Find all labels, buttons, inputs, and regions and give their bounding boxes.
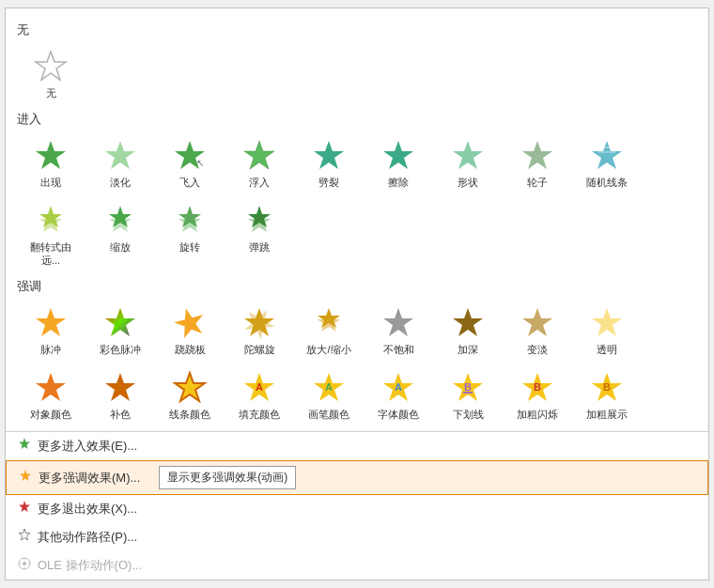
ole-action-item[interactable]: OLE 操作动作(O)... [6, 551, 708, 580]
zoom-far-item[interactable]: 翻转式由远... [17, 196, 85, 271]
appear-star [32, 137, 70, 175]
color-pulse-item[interactable]: 彩色脉冲 [86, 299, 154, 362]
svg-marker-50 [19, 438, 30, 449]
bold-flash-item[interactable]: B 加粗闪烁 [504, 364, 571, 426]
svg-marker-51 [20, 470, 31, 481]
emphasis-title: 强调 [17, 278, 697, 295]
motion-paths-icon [17, 528, 32, 547]
svg-marker-30 [453, 308, 483, 336]
none-title: 无 [17, 22, 697, 39]
svg-marker-33 [36, 373, 66, 401]
wipe-label: 擦除 [388, 177, 409, 189]
split-label: 劈裂 [318, 177, 339, 189]
bounce-star [241, 202, 278, 240]
rotate-item[interactable]: 旋转 [156, 196, 224, 271]
desaturate-item[interactable]: 不饱和 [365, 299, 432, 362]
shape-star [449, 137, 487, 175]
svg-marker-1 [36, 141, 66, 169]
lighten-item[interactable]: 变淡 [504, 299, 571, 362]
enter-title: 进入 [17, 111, 697, 128]
bold-reveal-star: B [588, 369, 626, 407]
underline-star: B [449, 369, 487, 407]
spin-label: 陀螺旋 [244, 344, 275, 356]
fly-in-item[interactable]: ↖ 飞入 [156, 132, 224, 194]
none-star [32, 48, 70, 85]
float-in-item[interactable]: 浮入 [225, 132, 293, 194]
more-emphasis-item[interactable]: 更多强调效果(M)... 显示更多强调效果(动画) [6, 460, 708, 495]
svg-marker-34 [105, 373, 135, 401]
bounce-item[interactable]: 弹跳 [225, 196, 293, 271]
svg-marker-24 [172, 305, 208, 340]
more-enter-item[interactable]: 更多进入效果(E)... [6, 432, 708, 460]
bold-reveal-item[interactable]: B 加粗展示 [573, 364, 641, 426]
brush-color-item[interactable]: A 画笔颜色 [295, 364, 363, 426]
transparency-item[interactable]: 透明 [573, 299, 641, 362]
spin-item[interactable]: 陀螺旋 [225, 299, 293, 362]
underline-label: 下划线 [453, 409, 484, 421]
darken-star [449, 304, 487, 342]
motion-paths-item[interactable]: 其他动作路径(P)... [6, 523, 708, 551]
ole-action-icon [17, 556, 32, 575]
font-color-item[interactable]: A 字体颜色 [365, 364, 432, 426]
svg-marker-53 [19, 529, 30, 540]
pulse-item[interactable]: 脉冲 [17, 299, 85, 362]
wheel-item[interactable]: 轮子 [504, 132, 571, 194]
underline-item[interactable]: B 下划线 [434, 364, 502, 426]
darken-label: 加深 [458, 344, 478, 356]
svg-marker-0 [36, 52, 66, 80]
fill-color-item[interactable]: A 填充颜色 [225, 364, 293, 426]
object-color-item[interactable]: 对象颜色 [17, 364, 85, 426]
random-bars-item[interactable]: 随机线条 [573, 132, 641, 194]
fade-star [101, 137, 139, 175]
svg-text:A: A [256, 381, 263, 393]
random-bars-star [588, 137, 626, 175]
animation-panel: 无 无 进入 [5, 8, 709, 580]
fade-label: 淡化 [110, 177, 131, 189]
more-emphasis-icon [18, 469, 33, 487]
desaturate-label: 不饱和 [383, 344, 414, 356]
darken-item[interactable]: 加深 [434, 299, 502, 362]
shape-label: 形状 [458, 177, 478, 189]
wheel-star [519, 137, 556, 175]
transparency-label: 透明 [597, 344, 617, 356]
emphasis-grid: 脉冲 彩色脉冲 [17, 299, 697, 431]
spin-star [241, 304, 278, 342]
show-more-tooltip[interactable]: 显示更多强调效果(动画) [159, 466, 296, 489]
teeter-star [171, 304, 209, 342]
wipe-item[interactable]: 擦除 [365, 132, 432, 194]
teeter-item[interactable]: 跷跷板 [156, 299, 224, 362]
scale-item[interactable]: 缩放 [86, 196, 154, 271]
grow-shrink-star [310, 304, 348, 342]
complement-item[interactable]: 补色 [86, 364, 154, 426]
line-color-star [171, 369, 209, 407]
enter-section: 进入 出现 淡化 [17, 111, 697, 272]
svg-text:A: A [395, 381, 402, 393]
bold-reveal-label: 加粗展示 [586, 409, 628, 421]
appear-item[interactable]: 出现 [17, 132, 85, 194]
fade-item[interactable]: 淡化 [86, 132, 154, 194]
svg-marker-8 [453, 141, 483, 169]
line-color-item[interactable]: 线条颜色 [156, 364, 224, 426]
svg-marker-29 [383, 308, 413, 336]
svg-marker-7 [383, 141, 413, 169]
bottom-menu: 更多进入效果(E)... 更多强调效果(M)... 显示更多强调效果(动画) 更… [6, 431, 708, 580]
bold-flash-label: 加粗闪烁 [517, 409, 558, 421]
split-item[interactable]: 劈裂 [295, 132, 363, 194]
svg-marker-10 [592, 141, 622, 169]
svg-marker-32 [592, 308, 622, 336]
svg-text:B: B [464, 381, 472, 393]
grow-shrink-item[interactable]: 放大/缩小 [295, 299, 363, 362]
complement-label: 补色 [110, 409, 131, 421]
fill-color-star: A [241, 369, 278, 407]
svg-marker-52 [19, 501, 30, 512]
more-exit-item[interactable]: 更多退出效果(X)... [6, 495, 708, 523]
brush-color-label: 画笔颜色 [308, 409, 349, 421]
svg-marker-23 [105, 308, 135, 336]
scroll-area[interactable]: 无 无 进入 [6, 8, 708, 431]
font-color-star: A [380, 369, 417, 407]
none-item[interactable]: 无 [17, 42, 85, 105]
shape-item[interactable]: 形状 [434, 132, 502, 194]
object-color-star [32, 369, 70, 407]
svg-marker-5 [244, 141, 274, 169]
emphasis-section: 强调 脉冲 [17, 278, 697, 431]
